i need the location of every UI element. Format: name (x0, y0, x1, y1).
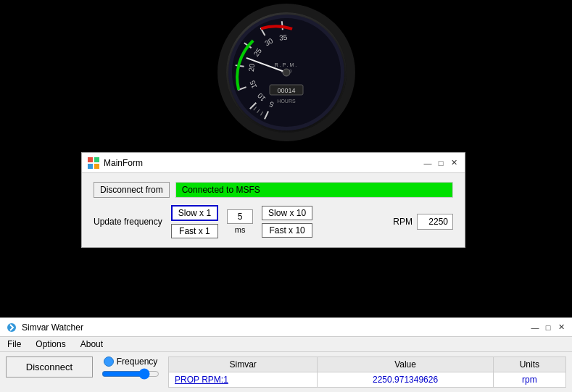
frequency-section: Frequency (101, 356, 159, 380)
simvar-window: Simvar Watcher — □ ✕ File Options About … (0, 317, 572, 392)
slow-x1-button[interactable]: Slow x 1 (171, 205, 218, 221)
freq-indicator (104, 356, 114, 367)
rpm-value: 2250 (417, 214, 453, 230)
simvar-title: Simvar Watcher (22, 322, 83, 333)
frequency-slider[interactable] (101, 368, 159, 380)
ms-input[interactable] (227, 209, 253, 224)
titlebar-left: MainForm (88, 157, 143, 169)
ms-label: ms (235, 225, 246, 234)
gauge-svg: 5 10 15 20 25 30 35 (226, 12, 347, 133)
svg-text:HOURS: HOURS (277, 99, 296, 104)
fast-x10-button[interactable]: Fast x 10 (262, 223, 312, 238)
simvar-minimize-button[interactable]: — (530, 322, 540, 333)
simvar-controls: — □ ✕ (530, 322, 566, 333)
simvar-maximize-button[interactable]: □ (543, 322, 553, 333)
svg-point-25 (283, 69, 290, 76)
minimize-button[interactable]: — (423, 158, 433, 168)
slider-container (101, 368, 159, 380)
connection-status: Connected to MSFS (175, 182, 453, 198)
main-form-body: Disconnect from Connected to MSFS Update… (82, 173, 465, 247)
slow-x10-button[interactable]: Slow x 10 (262, 206, 312, 220)
ms-container: ms (227, 209, 253, 234)
svg-point-30 (7, 323, 16, 332)
col-value: Value (318, 357, 493, 372)
svg-rect-29 (94, 164, 99, 169)
svg-rect-28 (88, 164, 93, 169)
titlebar-controls: — □ ✕ (423, 158, 459, 168)
disconnect-from-button[interactable]: Disconnect from (94, 182, 170, 198)
main-form-title: MainForm (104, 158, 143, 168)
col-simvar: Simvar (169, 357, 318, 372)
simvar-value-cell: 2250.971349626 (318, 372, 493, 388)
connection-row: Disconnect from Connected to MSFS (94, 182, 453, 198)
svg-text:35: 35 (278, 33, 287, 42)
simvar-name-cell[interactable]: PROP RPM:1 (169, 372, 318, 388)
simvar-content: Disconnect Frequency Simvar Value Units … (0, 352, 572, 392)
svg-text:R.P.M.: R.P.M. (274, 62, 298, 67)
gauge-area: 5 10 15 20 25 30 35 (0, 0, 572, 145)
simvar-table: Simvar Value Units PROP RPM:1 2250.97134… (168, 356, 566, 388)
fast-x1-button[interactable]: Fast x 1 (171, 224, 218, 238)
menu-options[interactable]: Options (33, 338, 68, 350)
freq-buttons-left: Slow x 1 Fast x 1 (171, 205, 218, 238)
rpm-section: RPM 2250 (393, 214, 453, 230)
rpm-gauge: 5 10 15 20 25 30 35 (217, 4, 355, 141)
svg-text:00014: 00014 (277, 87, 295, 94)
update-frequency-label: Update frequency (94, 217, 162, 227)
simvar-units-cell: rpm (493, 372, 565, 388)
rpm-label: RPM (393, 217, 413, 227)
simvar-titlebar: Simvar Watcher — □ ✕ (0, 318, 572, 337)
frequency-row: Update frequency Slow x 1 Fast x 1 ms Sl… (94, 205, 453, 238)
col-units: Units (493, 357, 565, 372)
table-header-row: Simvar Value Units (169, 357, 566, 372)
freq-buttons-right: Slow x 10 Fast x 10 (262, 206, 312, 238)
app-icon (88, 157, 99, 169)
main-form-titlebar: MainForm — □ ✕ (82, 153, 465, 173)
menu-about[interactable]: About (78, 338, 106, 350)
svg-rect-26 (88, 157, 93, 162)
disconnect-button[interactable]: Disconnect (6, 356, 93, 378)
frequency-text: Frequency (117, 356, 158, 367)
table-row: PROP RPM:1 2250.971349626 rpm (169, 372, 566, 388)
main-form-window: MainForm — □ ✕ Disconnect from Connected… (81, 152, 465, 248)
svg-text:20: 20 (246, 63, 256, 72)
simvar-close-button[interactable]: ✕ (556, 322, 566, 333)
simvar-titlebar-left: Simvar Watcher (6, 322, 83, 333)
maximize-button[interactable]: □ (436, 158, 446, 168)
simvar-app-icon (6, 322, 17, 333)
close-button[interactable]: ✕ (449, 158, 459, 168)
menu-file[interactable]: File (4, 338, 24, 350)
simvar-menubar: File Options About (0, 337, 572, 352)
svg-rect-27 (94, 157, 99, 162)
freq-row: Frequency (104, 356, 158, 367)
